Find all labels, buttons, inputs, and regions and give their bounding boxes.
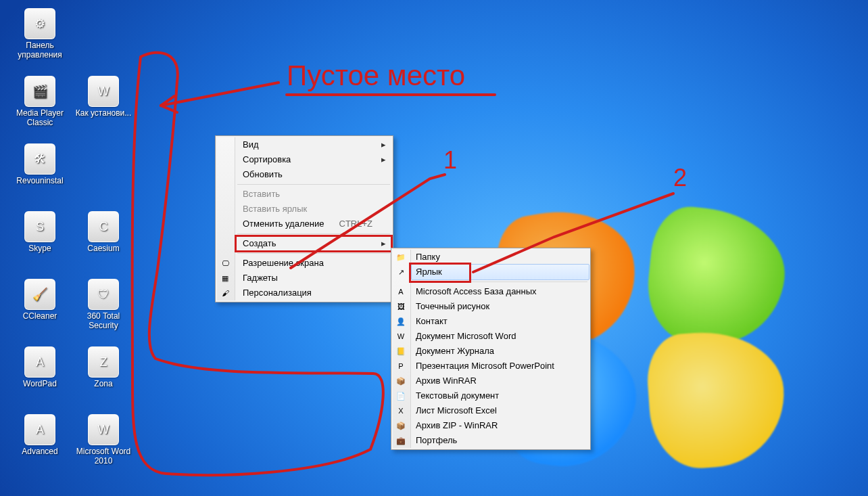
menu-item-undo-delete[interactable]: Отменить удалениеCTRL+Z [236, 217, 391, 231]
control-panel-icon: ⚙ [24, 8, 55, 39]
menu-item-label: Документ Microsoft Word [416, 331, 516, 341]
word-2010-icon: W [88, 414, 119, 445]
caesium-icon: C [88, 211, 119, 242]
wordpad-icon: A [24, 346, 55, 378]
menu-item-label: Точечный рисунок [416, 301, 489, 311]
desktop-icon-label: 360 Total Security [74, 311, 132, 330]
menu-separator [237, 233, 390, 234]
menu-item-personalize[interactable]: Персонализация🖌 [236, 286, 391, 300]
desktop-icon-360-total[interactable]: 🛡360 Total Security [74, 279, 132, 330]
desktop-icon-ccleaner[interactable]: 🧹CCleaner [11, 279, 69, 321]
create-item-access-db[interactable]: AMicrosoft Access База данных [412, 284, 589, 299]
menu-item-label: Вид [243, 139, 259, 150]
submenu-arrow-icon: ▸ [381, 236, 386, 251]
shortcut-icon: ↗ [395, 267, 406, 277]
menu-item-label: Гаджеты [243, 273, 278, 283]
desktop-icon-label: Панель управления [11, 41, 69, 60]
media-player-icon: 🎬 [24, 76, 55, 107]
word-doc-icon: W [395, 331, 406, 342]
skype-icon: S [24, 211, 55, 242]
bitmap-icon: 🖼 [395, 301, 406, 312]
create-item-bitmap[interactable]: 🖼Точечный рисунок [412, 299, 589, 314]
create-item-excel[interactable]: XЛист Microsoft Excel [412, 403, 589, 418]
folder-icon: 📁 [395, 252, 406, 263]
menu-item-label: Отменить удаление [243, 219, 324, 229]
desktop-icon-label: Revouninstal [11, 176, 69, 185]
menu-item-label: Обновить [243, 169, 283, 179]
menu-item-label: Вставить ярлык [243, 204, 307, 214]
resolution-icon: 🖵 [220, 258, 231, 269]
desktop-icon-label: Microsoft Word 2010 [74, 447, 132, 466]
menu-item-label: Текстовый документ [416, 390, 499, 401]
360-total-icon: 🛡 [88, 279, 119, 310]
annotation-title: Пустое место [287, 60, 465, 92]
desktop-icon-advanced[interactable]: AAdvanced [11, 414, 69, 456]
desktop-icon-caesium[interactable]: CCaesium [74, 211, 132, 253]
desktop-icon-zona[interactable]: ZZona [74, 346, 132, 388]
menu-item-label: Папку [416, 252, 440, 262]
ccleaner-icon: 🧹 [24, 279, 55, 310]
menu-separator [237, 253, 390, 254]
menu-item-label: Ярлык [416, 267, 442, 277]
desktop-icon-revouninstal[interactable]: 🛠Revouninstal [11, 143, 69, 185]
powerpoint-icon: P [395, 361, 406, 371]
annotation-marker-2: 2 [673, 164, 687, 192]
create-item-folder[interactable]: 📁Папку [412, 250, 589, 265]
kak-ustanovit-icon: W [88, 76, 119, 107]
desktop-icon-label: Как установи... [74, 108, 132, 118]
menu-item-refresh[interactable]: Обновить [236, 167, 391, 182]
menu-item-label: Персонализация [243, 288, 312, 298]
create-item-text[interactable]: 📄Текстовый документ [412, 388, 589, 403]
menu-item-paste-link: Вставить ярлык [236, 202, 391, 217]
menu-item-gadgets[interactable]: Гаджеты▦ [236, 271, 391, 286]
winrar-icon: 📦 [395, 376, 406, 386]
desktop-icon-label: Zona [74, 379, 132, 388]
menu-item-shortcut: CTRL+Z [339, 217, 372, 231]
desktop-icon-label: WordPad [11, 379, 69, 388]
menu-item-create[interactable]: Создать▸ [236, 236, 391, 251]
excel-icon: X [395, 405, 406, 416]
desktop-context-menu[interactable]: Вид▸Сортировка▸ОбновитьВставитьВставить … [215, 135, 393, 302]
desktop-icon-word-2010[interactable]: WMicrosoft Word 2010 [74, 414, 132, 466]
create-item-powerpoint[interactable]: PПрезентация Microsoft PowerPoint [412, 359, 589, 374]
desktop-icon-label: Skype [11, 244, 69, 253]
personalize-icon: 🖌 [220, 288, 231, 298]
svg-line-1 [161, 83, 279, 106]
desktop-icon-label: CCleaner [11, 311, 69, 321]
menu-item-sort[interactable]: Сортировка▸ [236, 152, 391, 167]
desktop-icon-skype[interactable]: SSkype [11, 211, 69, 253]
journal-icon: 📒 [395, 346, 406, 357]
menu-item-label: Создать [243, 238, 276, 248]
menu-item-view[interactable]: Вид▸ [236, 137, 391, 152]
menu-item-label: Сортировка [243, 154, 291, 164]
menu-item-label: Microsoft Access База данных [416, 286, 537, 296]
text-icon: 📄 [395, 390, 406, 401]
access-db-icon: A [395, 286, 406, 297]
create-item-contact[interactable]: 👤Контакт [412, 314, 589, 329]
gadgets-icon: ▦ [220, 273, 231, 284]
desktop-icon-control-panel[interactable]: ⚙Панель управления [11, 8, 69, 60]
create-item-zip-rar[interactable]: 📦Архив ZIP - WinRAR [412, 418, 589, 433]
create-submenu[interactable]: 📁Папку↗ЯрлыкAMicrosoft Access База данны… [391, 248, 591, 450]
menu-item-resolution[interactable]: Разрешение экрана🖵 [236, 256, 391, 271]
desktop[interactable]: ⚙Панель управления🎬Media Player Classic🛠… [0, 0, 868, 496]
menu-item-label: Архив ZIP - WinRAR [416, 420, 498, 430]
create-item-briefcase[interactable]: 💼Портфель [412, 433, 589, 448]
desktop-icon-label: Caesium [74, 244, 132, 253]
submenu-arrow-icon: ▸ [381, 152, 386, 167]
create-item-shortcut[interactable]: ↗Ярлык [411, 264, 589, 280]
zip-rar-icon: 📦 [395, 420, 406, 431]
desktop-icon-kak-ustanovit[interactable]: WКак установи... [74, 76, 132, 118]
menu-item-label: Презентация Microsoft PowerPoint [416, 361, 554, 371]
contact-icon: 👤 [395, 316, 406, 327]
desktop-icon-wordpad[interactable]: AWordPad [11, 346, 69, 388]
desktop-icon-media-player[interactable]: 🎬Media Player Classic [11, 76, 69, 127]
menu-separator [237, 184, 390, 185]
menu-item-label: Контакт [416, 316, 448, 326]
create-item-journal[interactable]: 📒Документ Журнала [412, 344, 589, 359]
annotation-marker-1: 1 [443, 146, 457, 175]
create-item-winrar[interactable]: 📦Архив WinRAR [412, 374, 589, 388]
create-item-word-doc[interactable]: WДокумент Microsoft Word [412, 329, 589, 344]
advanced-icon: A [24, 414, 55, 445]
revouninstal-icon: 🛠 [24, 143, 55, 175]
